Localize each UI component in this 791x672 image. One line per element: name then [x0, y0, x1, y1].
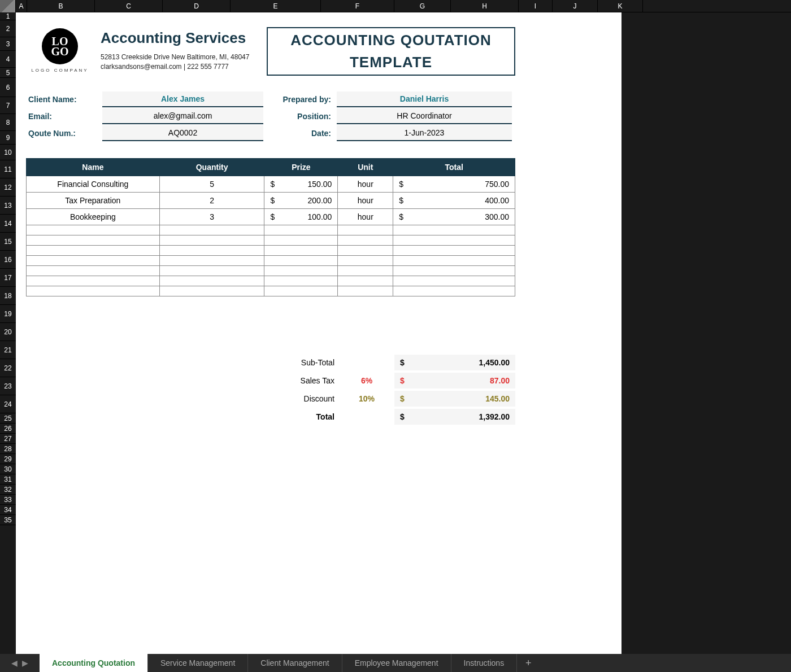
table-row[interactable]: [27, 246, 515, 256]
discount-label: Discount: [275, 394, 339, 403]
logo-block: LO GO LOGO COMPANY: [26, 28, 94, 73]
table-row[interactable]: [27, 225, 515, 235]
col-header-K[interactable]: K: [598, 0, 643, 12]
discount-value: $145.00: [394, 391, 515, 407]
item-qty[interactable]: 5: [159, 176, 264, 193]
row-header-8[interactable]: 8: [0, 114, 16, 131]
client-value-0[interactable]: Alex James: [102, 91, 263, 107]
row-header-30[interactable]: 30: [0, 464, 16, 474]
table-row[interactable]: [27, 266, 515, 276]
row-header-31[interactable]: 31: [0, 474, 16, 485]
row-header-10[interactable]: 10: [0, 145, 16, 160]
row-header-35[interactable]: 35: [0, 515, 16, 525]
item-price[interactable]: $100.00: [264, 209, 338, 225]
col-header-H[interactable]: H: [451, 0, 519, 12]
item-unit[interactable]: hour: [338, 209, 393, 225]
row-header-32[interactable]: 32: [0, 485, 16, 495]
client-info-grid: Client Name:Alex JamesEmail:alex@gmail.c…: [26, 91, 263, 142]
row-header-18[interactable]: 18: [0, 287, 16, 305]
row-header-13[interactable]: 13: [0, 197, 16, 215]
item-price[interactable]: $200.00: [264, 193, 338, 209]
add-tab-button[interactable]: +: [517, 654, 540, 672]
row-header-14[interactable]: 14: [0, 215, 16, 233]
column-headers: ABCDEFGHIJK: [0, 0, 791, 12]
col-header-G[interactable]: G: [394, 0, 451, 12]
tab-client-management[interactable]: Client Management: [248, 654, 342, 672]
item-name[interactable]: Financial Consulting: [27, 176, 160, 193]
tab-employee-management[interactable]: Employee Management: [342, 654, 451, 672]
row-header-11[interactable]: 11: [0, 160, 16, 178]
tab-accounting-quotation[interactable]: Accounting Quotation: [40, 654, 148, 672]
page-title: ACCOUNTING QOUTATION TEMPLATE: [268, 29, 514, 73]
table-row[interactable]: [27, 276, 515, 286]
header-total: Total: [393, 159, 515, 176]
row-header-28[interactable]: 28: [0, 444, 16, 454]
tax-value: $87.00: [394, 373, 515, 389]
dark-edge: [621, 12, 791, 654]
item-total[interactable]: $400.00: [393, 193, 515, 209]
row-header-4[interactable]: 4: [0, 51, 16, 68]
col-header-D[interactable]: D: [163, 0, 231, 12]
row-header-29[interactable]: 29: [0, 454, 16, 464]
row-header-34[interactable]: 34: [0, 505, 16, 515]
client-value-1[interactable]: alex@gmail.com: [102, 108, 263, 124]
col-header-B[interactable]: B: [27, 0, 95, 12]
row-header-15[interactable]: 15: [0, 233, 16, 251]
preparer-value-1[interactable]: HR Coordinator: [337, 108, 512, 124]
col-header-E[interactable]: E: [231, 0, 321, 12]
tax-percent: 6%: [339, 376, 394, 385]
table-row[interactable]: [27, 286, 515, 296]
row-header-7[interactable]: 7: [0, 97, 16, 114]
row-header-5[interactable]: 5: [0, 68, 16, 78]
table-row[interactable]: Bookkeeping3$100.00hour$300.00: [27, 209, 515, 225]
row-header-27[interactable]: 27: [0, 434, 16, 444]
row-header-17[interactable]: 17: [0, 269, 16, 287]
tab-prev-icon[interactable]: ◀: [11, 658, 18, 667]
item-unit[interactable]: hour: [338, 176, 393, 193]
row-headers: 1234567891011121314151617181920212223242…: [0, 12, 16, 654]
item-name[interactable]: Tax Preparation: [27, 193, 160, 209]
table-row[interactable]: Tax Preparation2$200.00hour$400.00: [27, 193, 515, 209]
item-total[interactable]: $300.00: [393, 209, 515, 225]
table-row[interactable]: [27, 256, 515, 266]
item-name[interactable]: Bookkeeping: [27, 209, 160, 225]
client-label-2: Qoute Num.:: [26, 129, 102, 138]
col-header-C[interactable]: C: [95, 0, 163, 12]
row-header-6[interactable]: 6: [0, 78, 16, 97]
client-label-1: Email:: [26, 112, 102, 121]
row-header-16[interactable]: 16: [0, 251, 16, 269]
item-price[interactable]: $150.00: [264, 176, 338, 193]
row-header-3[interactable]: 3: [0, 37, 16, 51]
row-header-23[interactable]: 23: [0, 377, 16, 395]
item-qty[interactable]: 3: [159, 209, 264, 225]
select-all-corner[interactable]: [0, 0, 16, 12]
row-header-9[interactable]: 9: [0, 131, 16, 145]
row-header-2[interactable]: 2: [0, 20, 16, 37]
row-header-24[interactable]: 24: [0, 395, 16, 413]
table-row[interactable]: Financial Consulting5$150.00hour$750.00: [27, 176, 515, 193]
preparer-value-2[interactable]: 1-Jun-2023: [337, 125, 512, 141]
row-header-20[interactable]: 20: [0, 323, 16, 341]
row-header-12[interactable]: 12: [0, 178, 16, 197]
row-header-21[interactable]: 21: [0, 341, 16, 359]
col-header-I[interactable]: I: [519, 0, 553, 12]
col-header-J[interactable]: J: [553, 0, 598, 12]
col-header-A[interactable]: A: [16, 0, 27, 12]
row-header-33[interactable]: 33: [0, 495, 16, 505]
table-row[interactable]: [27, 235, 515, 246]
item-unit[interactable]: hour: [338, 193, 393, 209]
tab-instructions[interactable]: Instructions: [451, 654, 518, 672]
items-table[interactable]: Name Quantity Prize Unit Total Financial…: [26, 158, 515, 296]
preparer-value-0[interactable]: Daniel Harris: [337, 91, 512, 107]
row-header-1[interactable]: 1: [0, 12, 16, 20]
row-header-25[interactable]: 25: [0, 413, 16, 424]
client-value-2[interactable]: AQ0002: [102, 125, 263, 141]
row-header-22[interactable]: 22: [0, 359, 16, 377]
row-header-19[interactable]: 19: [0, 305, 16, 323]
item-total[interactable]: $750.00: [393, 176, 515, 193]
row-header-26[interactable]: 26: [0, 424, 16, 434]
col-header-F[interactable]: F: [321, 0, 394, 12]
tab-service-management[interactable]: Service Management: [148, 654, 248, 672]
tab-next-icon[interactable]: ▶: [22, 658, 28, 667]
item-qty[interactable]: 2: [159, 193, 264, 209]
